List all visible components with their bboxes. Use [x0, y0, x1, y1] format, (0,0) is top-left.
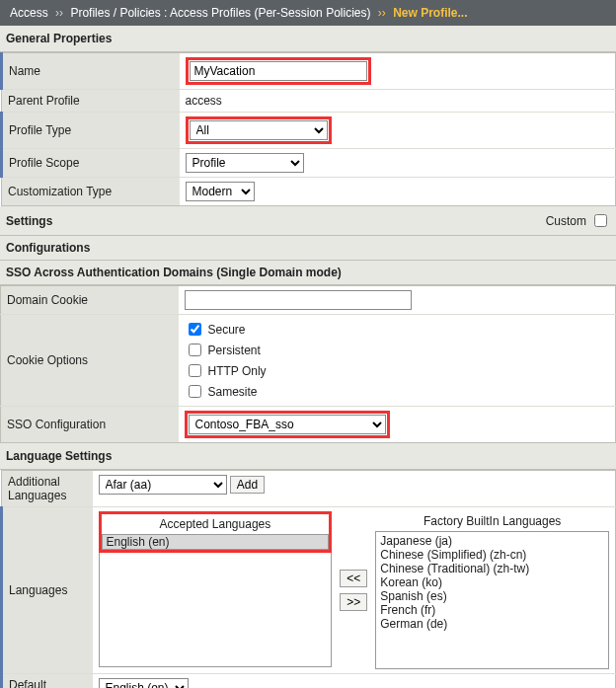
- parent-profile-label: Parent Profile: [2, 90, 180, 113]
- breadcrumb-sep: ››: [55, 6, 63, 20]
- httponly-checkbox[interactable]: [189, 364, 201, 377]
- default-language-label: Default Language: [2, 674, 93, 689]
- breadcrumb-path[interactable]: Profiles / Policies : Access Profiles (P…: [70, 6, 370, 20]
- add-button[interactable]: Add: [230, 476, 265, 494]
- highlight-sso-config: Contoso_FBA_sso: [185, 411, 390, 438]
- factory-language-item[interactable]: Chinese (Traditional) (zh-tw): [376, 562, 608, 575]
- languages-dual-list: Accepted Languages English (en) << >> Fa…: [99, 511, 610, 669]
- profile-type-label: Profile Type: [2, 113, 180, 149]
- samesite-checkbox[interactable]: [189, 385, 201, 398]
- domain-cookie-label: Domain Cookie: [1, 286, 179, 315]
- name-label: Name: [2, 53, 180, 90]
- move-left-button[interactable]: <<: [340, 570, 367, 587]
- breadcrumb-sep: ››: [378, 6, 386, 20]
- factory-language-item[interactable]: Japanese (ja): [376, 534, 608, 548]
- settings-header: Settings: [6, 214, 52, 228]
- customization-type-select[interactable]: Modern: [186, 182, 255, 201]
- additional-languages-label: Additional Languages: [2, 471, 93, 507]
- general-properties-header: General Properties: [0, 26, 616, 52]
- factory-language-item[interactable]: German (de): [376, 617, 608, 631]
- breadcrumb-root[interactable]: Access: [10, 6, 48, 20]
- language-settings-header: Language Settings: [0, 443, 616, 470]
- cookie-options-label: Cookie Options: [1, 315, 179, 407]
- custom-checkbox[interactable]: [594, 214, 607, 227]
- profile-type-select[interactable]: All: [190, 120, 328, 140]
- factory-language-item[interactable]: Spanish (es): [376, 589, 608, 603]
- language-settings-table: Additional Languages Afar (aa) Add Langu…: [0, 470, 616, 688]
- parent-profile-value: access: [180, 90, 616, 113]
- move-right-button[interactable]: >>: [340, 593, 367, 611]
- settings-header-row: Settings Custom: [0, 206, 616, 236]
- factory-languages-title: Factory BuiltIn Languages: [375, 511, 609, 531]
- profile-scope-select[interactable]: Profile: [186, 153, 304, 173]
- sso-configuration-select[interactable]: Contoso_FBA_sso: [189, 415, 386, 434]
- factory-language-item[interactable]: French (fr): [376, 603, 608, 617]
- factory-language-item[interactable]: Chinese (Simplified) (zh-cn): [376, 548, 608, 562]
- secure-checkbox[interactable]: [189, 323, 201, 336]
- sso-configuration-label: SSO Configuration: [1, 407, 179, 443]
- languages-label: Languages: [2, 507, 93, 674]
- additional-languages-select[interactable]: Afar (aa): [99, 475, 227, 495]
- httponly-label: HTTP Only: [208, 364, 267, 378]
- persistent-label: Persistent: [208, 344, 261, 357]
- accepted-languages-list[interactable]: [99, 553, 333, 667]
- sso-table: Domain Cookie Cookie Options Secure Pers…: [0, 285, 616, 443]
- domain-cookie-input[interactable]: [185, 290, 412, 310]
- profile-scope-label: Profile Scope: [2, 149, 180, 178]
- factory-languages-list[interactable]: Japanese (ja) Chinese (Simplified) (zh-c…: [375, 531, 609, 669]
- accepted-languages-title: Accepted Languages: [102, 514, 330, 534]
- breadcrumb: Access ›› Profiles / Policies : Access P…: [0, 0, 616, 26]
- highlight-name: [186, 57, 371, 85]
- configurations-header: Configurations: [0, 236, 616, 261]
- samesite-label: Samesite: [208, 385, 258, 399]
- name-input[interactable]: [190, 61, 367, 81]
- factory-language-item[interactable]: Korean (ko): [376, 575, 608, 589]
- breadcrumb-leaf: New Profile...: [393, 6, 467, 20]
- default-language-select[interactable]: English (en): [99, 678, 189, 688]
- customization-type-label: Customization Type: [2, 178, 180, 206]
- general-properties-table: Name Parent Profile access Profile Type …: [0, 52, 616, 206]
- secure-label: Secure: [208, 323, 246, 337]
- sso-domains-header: SSO Across Authentication Domains (Singl…: [0, 261, 616, 285]
- accepted-language-item[interactable]: English (en): [103, 535, 329, 549]
- highlight-accepted: Accepted Languages English (en): [99, 511, 333, 553]
- custom-label: Custom: [546, 214, 586, 228]
- highlight-profile-type: All: [186, 116, 332, 144]
- persistent-checkbox[interactable]: [189, 344, 201, 356]
